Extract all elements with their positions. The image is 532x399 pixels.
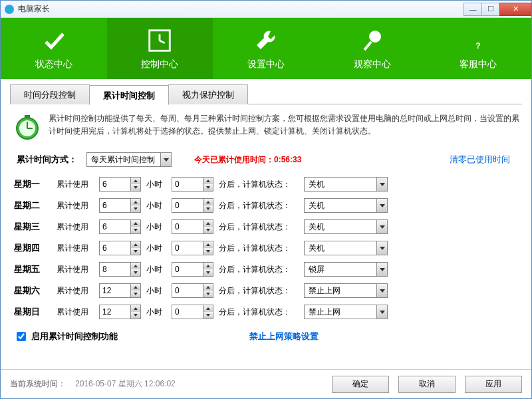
tool-observe[interactable]: 观察中心	[319, 18, 426, 79]
chevron-down-icon	[376, 305, 387, 319]
hour-unit: 小时	[146, 307, 166, 318]
spin-down-icon[interactable]	[203, 184, 213, 191]
hours-input[interactable]	[100, 178, 130, 191]
tool-support[interactable]: ? 客服中心	[425, 18, 531, 79]
hours-spinner[interactable]	[99, 305, 141, 319]
spin-up-icon[interactable]	[203, 305, 213, 312]
spin-down-icon[interactable]	[131, 269, 140, 276]
svg-rect-10	[25, 115, 30, 118]
spin-down-icon[interactable]	[203, 227, 213, 233]
schedule-row: 星期二累计使用小时分后，计算机状态：关机	[14, 195, 518, 216]
spin-up-icon[interactable]	[131, 178, 140, 184]
spin-down-icon[interactable]	[131, 205, 140, 212]
spin-down-icon[interactable]	[131, 184, 140, 191]
apply-button[interactable]: 应用	[465, 376, 522, 393]
hours-input[interactable]	[100, 305, 130, 319]
spin-down-icon[interactable]	[203, 312, 213, 319]
close-button[interactable]: ✕	[499, 3, 531, 16]
maximize-button[interactable]: ☐	[481, 3, 500, 16]
mode-row: 累计时间方式： 每天累计时间控制 今天已累计使用时间：0:56:33 清零已使用…	[10, 151, 522, 174]
tab-eyesight[interactable]: 视力保护控制	[168, 84, 248, 104]
mins-input[interactable]	[172, 178, 203, 191]
tool-control[interactable]: 控制中心	[107, 18, 213, 79]
mins-spinner[interactable]	[172, 219, 213, 234]
spin-up-icon[interactable]	[131, 220, 140, 227]
day-label: 星期四	[14, 242, 51, 254]
hours-spinner[interactable]	[99, 283, 141, 298]
hours-input[interactable]	[100, 199, 130, 212]
window-buttons: — ☐ ✕	[464, 3, 531, 16]
mode-select[interactable]: 每天累计时间控制	[86, 152, 172, 167]
use-label: 累计使用	[57, 179, 94, 190]
spin-up-icon[interactable]	[131, 305, 140, 312]
tool-status[interactable]: 状态中心	[1, 18, 107, 79]
tool-settings[interactable]: 设置中心	[213, 18, 319, 79]
spin-down-icon[interactable]	[131, 291, 140, 297]
after-label: 分后，计算机状态：	[219, 264, 299, 275]
mins-spinner[interactable]	[172, 305, 213, 319]
action-select[interactable]: 关机	[304, 177, 388, 192]
spin-up-icon[interactable]	[203, 199, 213, 205]
mins-spinner[interactable]	[172, 198, 213, 213]
policy-link[interactable]: 禁止上网策略设置	[249, 331, 319, 342]
hours-spinner[interactable]	[99, 262, 141, 277]
spin-up-icon[interactable]	[131, 284, 140, 291]
cancel-button[interactable]: 取消	[398, 376, 456, 393]
spin-down-icon[interactable]	[203, 205, 213, 212]
hours-input[interactable]	[100, 284, 130, 297]
mins-input[interactable]	[172, 284, 203, 297]
spin-down-icon[interactable]	[203, 291, 213, 297]
mins-spinner[interactable]	[172, 177, 213, 192]
spin-down-icon[interactable]	[203, 269, 213, 276]
mins-input[interactable]	[172, 220, 203, 233]
spin-down-icon[interactable]	[203, 248, 213, 255]
use-label: 累计使用	[57, 307, 94, 318]
mins-input[interactable]	[172, 199, 203, 212]
action-select[interactable]: 禁止上网	[304, 305, 388, 319]
action-select[interactable]: 关机	[304, 198, 388, 213]
spin-up-icon[interactable]	[131, 263, 140, 269]
clear-usage-link[interactable]: 清零已使用时间	[450, 154, 510, 166]
hours-input[interactable]	[100, 263, 130, 276]
mins-input[interactable]	[172, 263, 203, 276]
question-icon: ?	[464, 27, 492, 55]
mins-spinner[interactable]	[172, 262, 213, 277]
action-select[interactable]: 关机	[304, 241, 388, 255]
check-icon	[40, 27, 68, 55]
spin-up-icon[interactable]	[203, 284, 213, 291]
spin-up-icon[interactable]	[203, 263, 213, 269]
mins-input[interactable]	[172, 305, 203, 319]
tab-segment[interactable]: 时间分段控制	[10, 84, 90, 104]
action-select[interactable]: 锁屏	[304, 262, 388, 277]
spin-up-icon[interactable]	[203, 241, 213, 248]
spin-down-icon[interactable]	[131, 312, 140, 319]
spin-up-icon[interactable]	[131, 199, 140, 205]
chevron-down-icon	[376, 178, 387, 191]
spin-down-icon[interactable]	[131, 248, 140, 255]
hours-input[interactable]	[100, 220, 130, 233]
chevron-down-icon	[160, 153, 171, 166]
action-select[interactable]: 关机	[304, 219, 388, 234]
svg-point-3	[369, 31, 381, 43]
hours-spinner[interactable]	[99, 219, 141, 234]
hours-spinner[interactable]	[99, 177, 141, 192]
footer: 当前系统时间： 2016-05-07 星期六 12:06:02 确定 取消 应用	[1, 369, 531, 398]
enable-checkbox[interactable]	[17, 332, 26, 341]
hours-spinner[interactable]	[99, 241, 141, 255]
action-select[interactable]: 禁止上网	[304, 283, 388, 298]
mins-spinner[interactable]	[172, 241, 213, 255]
spin-up-icon[interactable]	[131, 241, 140, 248]
tab-cumulative[interactable]: 累计时间控制	[89, 85, 169, 105]
mins-spinner[interactable]	[172, 283, 213, 298]
hours-spinner[interactable]	[99, 198, 141, 213]
chevron-down-icon	[376, 284, 387, 297]
mins-input[interactable]	[172, 241, 203, 255]
chevron-down-icon	[376, 199, 387, 212]
spin-down-icon[interactable]	[131, 227, 140, 233]
spin-up-icon[interactable]	[203, 178, 213, 184]
ok-button[interactable]: 确定	[332, 376, 389, 393]
spin-up-icon[interactable]	[203, 220, 213, 227]
hours-input[interactable]	[100, 241, 130, 255]
after-label: 分后，计算机状态：	[219, 179, 299, 190]
minimize-button[interactable]: —	[464, 3, 482, 16]
